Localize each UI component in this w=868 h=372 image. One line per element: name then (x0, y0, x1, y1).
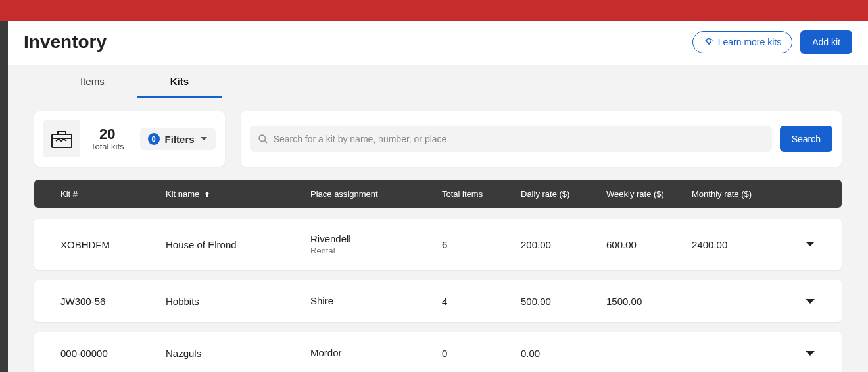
search-button[interactable]: Search (780, 126, 832, 152)
tabs: Items Kits (8, 65, 868, 98)
tab-items[interactable]: Items (47, 65, 137, 98)
cell-weekly-rate: 600.00 (606, 239, 692, 250)
learn-more-kits-button[interactable]: Learn more kits (692, 31, 792, 53)
cell-kit-number: JW300-56 (60, 296, 166, 307)
column-monthly-rate[interactable]: Monthly rate ($) (692, 189, 790, 199)
cell-kit-name: House of Elrond (166, 239, 310, 250)
tab-kits[interactable]: Kits (137, 65, 222, 98)
total-kits-label: Total kits (91, 142, 124, 151)
chevron-down-icon (200, 136, 208, 142)
left-sidebar-gutter (0, 21, 8, 372)
kit-icon (43, 120, 80, 157)
filters-button[interactable]: 0 Filters (140, 128, 216, 150)
expand-row-button[interactable] (790, 350, 830, 357)
cell-place-name: Mordor (310, 347, 442, 358)
learn-more-label: Learn more kits (718, 37, 781, 47)
expand-row-button[interactable] (790, 241, 830, 248)
column-kit-name[interactable]: Kit name (166, 189, 310, 199)
cell-place-sub: Rental (310, 246, 442, 255)
page-header: Inventory Learn more kits Add kit (8, 21, 868, 65)
cell-kit-name: Hobbits (166, 296, 310, 307)
cell-daily-rate: 0.00 (521, 348, 606, 359)
search-input-wrap[interactable] (250, 126, 772, 152)
cell-place-name: Shire (310, 295, 442, 306)
total-kits-count: 20 (91, 127, 124, 142)
cell-kit-name: Nazguls (166, 348, 310, 359)
cell-daily-rate: 500.00 (521, 296, 606, 307)
svg-point-2 (259, 135, 265, 141)
cell-kit-number: 000-00000 (60, 348, 166, 359)
column-kit-name-label: Kit name (166, 189, 199, 199)
column-total-items[interactable]: Total items (442, 189, 521, 199)
column-place-assignment[interactable]: Place assignment (310, 189, 442, 199)
table-row[interactable]: 000-00000 Nazguls Mordor 0 0.00 (34, 332, 842, 372)
cell-kit-number: XOBHDFM (60, 239, 166, 250)
column-daily-rate[interactable]: Daily rate ($) (521, 189, 606, 199)
cell-place-name: Rivendell (310, 233, 442, 244)
cell-total-items: 0 (442, 348, 521, 359)
search-icon (258, 134, 268, 144)
add-kit-button[interactable]: Add kit (800, 30, 852, 54)
cell-place: Rivendell Rental (310, 233, 442, 255)
table-row[interactable]: XOBHDFM House of Elrond Rivendell Rental… (34, 219, 842, 270)
cell-place: Mordor (310, 347, 442, 359)
cell-weekly-rate: 1500.00 (606, 296, 692, 307)
filters-label: Filters (165, 134, 195, 145)
cell-monthly-rate: 2400.00 (692, 239, 790, 250)
cell-daily-rate: 200.00 (521, 239, 606, 250)
svg-point-0 (706, 39, 711, 43)
table-header: Kit # Kit name Place assignment Total it… (34, 180, 842, 208)
cell-total-items: 6 (442, 239, 521, 250)
kits-table: Kit # Kit name Place assignment Total it… (8, 167, 868, 372)
expand-row-button[interactable] (790, 298, 830, 305)
page-title: Inventory (24, 32, 107, 53)
top-banner (0, 0, 868, 21)
search-input[interactable] (274, 134, 764, 144)
column-kit-number[interactable]: Kit # (60, 189, 166, 199)
column-weekly-rate[interactable]: Weekly rate ($) (606, 189, 692, 199)
filters-count-badge: 0 (148, 133, 160, 145)
sort-ascending-icon (203, 190, 211, 198)
cell-place: Shire (310, 295, 442, 307)
summary-card: 20 Total kits 0 Filters (34, 111, 225, 167)
cell-total-items: 4 (442, 296, 521, 307)
search-card: Search (241, 111, 842, 167)
table-row[interactable]: JW300-56 Hobbits Shire 4 500.00 1500.00 (34, 280, 842, 322)
lightbulb-icon (704, 37, 714, 47)
